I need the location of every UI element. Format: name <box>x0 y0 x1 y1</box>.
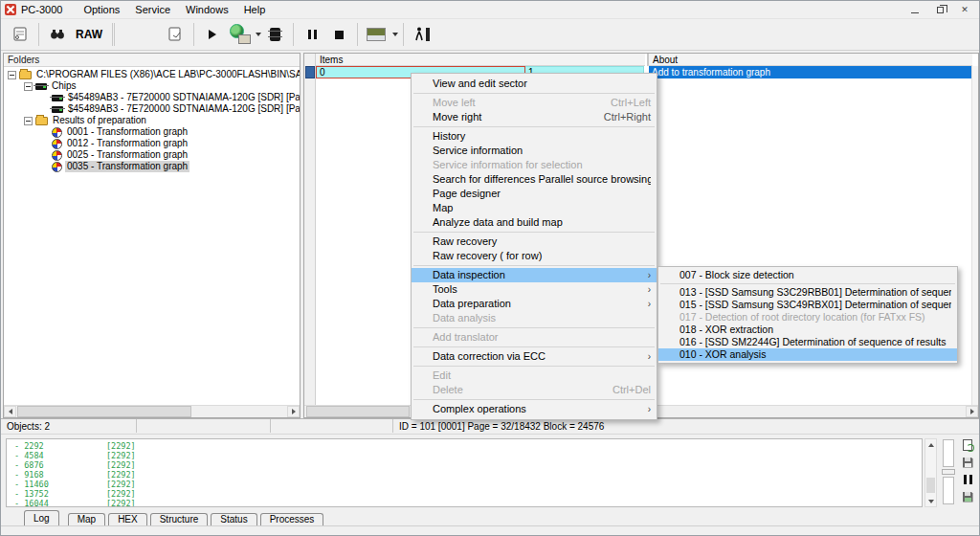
restore-button[interactable] <box>927 1 952 18</box>
image-mode-icon[interactable] <box>364 22 389 47</box>
splitter-handle[interactable] <box>942 469 955 475</box>
menu-windows[interactable]: Windows <box>178 2 236 17</box>
log-output: - 2292[2292]- 4584[2292]- 6876[2292]- 91… <box>6 438 923 507</box>
scroll-right-icon[interactable] <box>287 406 300 417</box>
close-button[interactable]: ✕ <box>952 1 977 18</box>
submenu-arrow-icon: › <box>641 268 651 282</box>
items-vertical-scrollbar[interactable] <box>971 66 978 406</box>
pause-icon[interactable] <box>300 22 324 47</box>
menu-item-018-xor-extraction[interactable]: 018 - XOR extraction <box>658 324 957 336</box>
menu-separator <box>413 126 655 127</box>
tab-processes[interactable]: Processes <box>260 513 324 525</box>
search-icon[interactable] <box>45 22 70 47</box>
scrollbar-thumb[interactable] <box>306 406 410 417</box>
report-icon[interactable] <box>163 22 188 47</box>
raw-button[interactable]: RAW <box>72 22 106 47</box>
status-segment-empty <box>271 419 393 433</box>
menu-item-view-and-edit-sector[interactable]: View and edit sector <box>412 77 657 91</box>
tree-item-label: Chips <box>50 80 78 92</box>
tree-collapse-icon[interactable] <box>24 117 33 125</box>
log-save-run-button[interactable] <box>959 489 976 504</box>
tree-collapse-icon[interactable] <box>8 71 16 79</box>
menu-item-page-designer[interactable]: Page designer <box>412 187 657 201</box>
scroll-right-icon[interactable] <box>966 406 978 417</box>
folders-horizontal-scrollbar[interactable] <box>4 405 300 417</box>
menu-help[interactable]: Help <box>236 2 274 17</box>
tree-item-45489ab3-7e720000-sdtnaiama-12[interactable]: $45489AB3 - 7E720000 SDTNAIAMA-120G [SDR… <box>4 103 300 115</box>
menu-service[interactable]: Service <box>127 2 178 17</box>
menu-item-label: Service information for selection <box>433 158 651 172</box>
stop-icon[interactable] <box>326 22 351 47</box>
tab-map[interactable]: Map <box>68 513 105 525</box>
menu-item-service-information[interactable]: Service information <box>412 144 657 158</box>
menu-item-label: Tools <box>433 282 641 297</box>
menu-item-label: 007 - Block size detection <box>679 269 951 281</box>
exit-icon[interactable] <box>410 22 434 47</box>
image-mode-dropdown-icon[interactable] <box>392 33 398 36</box>
tree-collapse-icon[interactable] <box>24 82 33 91</box>
log-line: - 9168[2292] <box>7 470 922 480</box>
menu-item-move-right[interactable]: Move rightCtrl+Right <box>412 110 657 124</box>
menu-item-007-block-size-detection[interactable]: 007 - Block size detection <box>658 269 957 281</box>
menu-item-add-translator: Add translator <box>412 330 657 345</box>
log-splitter[interactable] <box>942 439 955 506</box>
tree-item-results-of-preparation[interactable]: Results of preparation <box>4 115 300 126</box>
log-refresh-button[interactable] <box>959 437 976 453</box>
tab-log[interactable]: Log <box>24 510 59 525</box>
menu-item-history[interactable]: History <box>412 129 657 144</box>
menu-item-label: 013 - [SSD Samsung S3C29RBB01] Determina… <box>679 286 951 299</box>
tree-item-0012-transformation-graph[interactable]: 0012 - Transformation graph <box>4 138 300 149</box>
tab-hex[interactable]: HEX <box>108 513 147 525</box>
scrollbar-thumb[interactable] <box>17 406 191 417</box>
scroll-down-icon[interactable] <box>925 496 936 506</box>
tab-structure[interactable]: Structure <box>150 513 209 525</box>
log-save-button[interactable] <box>959 455 976 470</box>
network-dropdown-icon[interactable] <box>256 33 261 36</box>
scroll-up-icon[interactable] <box>925 439 936 450</box>
menu-item-label: 017 - Detection of root directory locati… <box>679 311 951 324</box>
tree-item-chips[interactable]: Chips <box>4 80 300 92</box>
menu-item-raw-recovery[interactable]: Raw recovery <box>412 234 657 249</box>
menu-item-analyze-data-and-build-map[interactable]: Analyze data and build map <box>412 215 657 230</box>
menu-item-010-xor-analysis[interactable]: 010 - XOR analysis <box>658 348 957 361</box>
tree-item-c-program-files-x86-ace-lab-pc[interactable]: C:\PROGRAM FILES (X86)\ACE LAB\PC-3000FL… <box>4 69 300 80</box>
menu-item-data-inspection[interactable]: Data inspection› <box>412 268 657 282</box>
scrollbar-thumb[interactable] <box>926 478 935 493</box>
scroll-left-icon[interactable] <box>4 406 16 417</box>
menu-item-013-ssd-samsung-s3c29rbb01-determination-o[interactable]: 013 - [SSD Samsung S3C29RBB01] Determina… <box>658 286 957 299</box>
menu-item-tools[interactable]: Tools› <box>412 282 657 297</box>
log-pause-button[interactable] <box>959 472 976 487</box>
about-row-selected[interactable]: Add to transformation graph <box>649 66 972 78</box>
tree-item-label: $45489AB3 - 7E720000 SDTNAIAMA-120G [SDR… <box>66 92 300 103</box>
log-value: - 16044 <box>7 499 106 507</box>
menu-item-raw-recovery-for-row[interactable]: Raw recovery ( for row) <box>412 249 657 263</box>
menu-options[interactable]: Options <box>76 2 127 17</box>
minimize-button[interactable] <box>902 1 927 18</box>
tree-item-0025-transformation-graph[interactable]: 0025 - Transformation graph <box>4 149 300 161</box>
log-count: [2292] <box>106 451 136 460</box>
chip-icon <box>52 106 63 113</box>
menu-item-015-ssd-samsung-s3c49rbx01-determination-o[interactable]: 015 - [SSD Samsung S3C49RBX01] Determina… <box>658 299 957 311</box>
tree-item-0001-transformation-graph[interactable]: 0001 - Transformation graph <box>4 126 300 138</box>
menu-item-label: History <box>433 129 651 144</box>
tree-item-0035-transformation-graph[interactable]: 0035 - Transformation graph <box>4 161 300 172</box>
start-icon[interactable] <box>200 22 225 47</box>
menu-item-016-ssd-sm2244g-determination-of-sequence-[interactable]: 016 - [SSD SM2244G] Determination of seq… <box>658 336 957 348</box>
menu-item-data-preparation[interactable]: Data preparation› <box>412 297 657 311</box>
menu-item-search-for-differences-parallel-source-bro[interactable]: Search for differences Parallel source b… <box>412 172 657 187</box>
menu-item-data-correction-via-ecc[interactable]: Data correction via ECC› <box>412 349 657 364</box>
tree-item-45489ab3-7e720000-sdtnaiama-12[interactable]: $45489AB3 - 7E720000 SDTNAIAMA-120G [SDR… <box>4 92 300 103</box>
menu-item-complex-operations[interactable]: Complex operations› <box>412 402 657 416</box>
menu-item-shortcut: Ctrl+Right <box>604 110 651 124</box>
log-value: - 4584 <box>7 451 106 460</box>
status-segment-empty <box>137 419 271 433</box>
log-value: - 11460 <box>7 480 106 489</box>
menu-item-map[interactable]: Map <box>412 201 657 215</box>
log-count: [2292] <box>106 470 136 480</box>
script-icon[interactable] <box>8 22 33 47</box>
chip-icon[interactable] <box>262 22 287 47</box>
tab-status[interactable]: Status <box>211 513 256 525</box>
toolbar: RAW <box>1 18 979 51</box>
network-resources-icon[interactable] <box>227 22 252 47</box>
log-vertical-scrollbar[interactable] <box>924 438 937 507</box>
